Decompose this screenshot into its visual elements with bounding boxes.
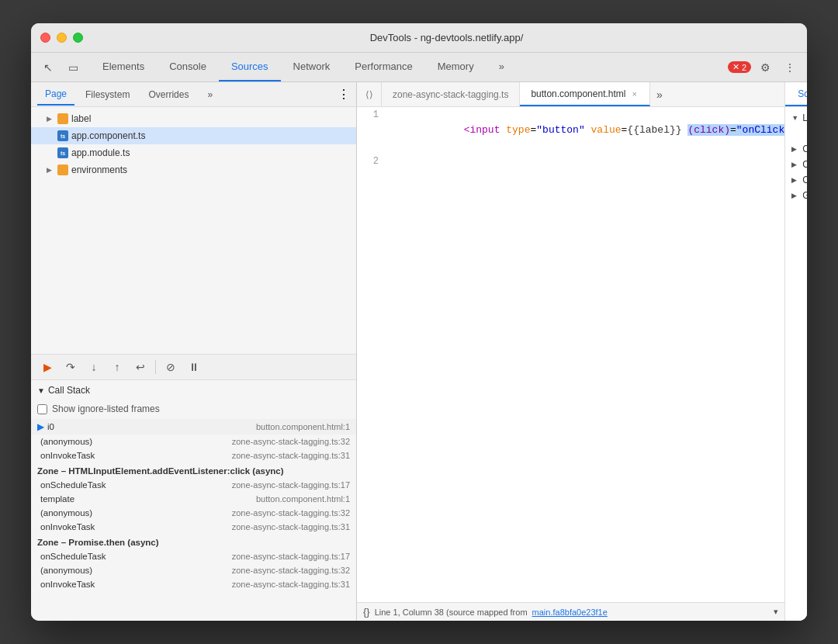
scope-local-section[interactable]: ▼ Local xyxy=(785,110,807,126)
frame-loc-scheduletask-1: zone-async-stack-tagging.ts:17 xyxy=(232,480,350,490)
scope-closure-580[interactable]: ▶ Closure (580) xyxy=(785,172,807,188)
tab-more[interactable]: » xyxy=(487,53,517,81)
settings-btn[interactable]: ⚙ xyxy=(754,57,776,78)
stack-frame-i0[interactable]: ▶ i0 button.component.html:1 xyxy=(31,419,356,435)
frame-loc-template: button.component.html:1 xyxy=(256,494,350,504)
editor-tabs: zone-async-stack-tagging.ts button.compo… xyxy=(382,82,784,106)
stack-frame-template[interactable]: template button.component.html:1 xyxy=(31,492,356,506)
tab-bar-right: ✕ 2 ⚙ ⋮ xyxy=(728,53,801,81)
folder-icon-label xyxy=(57,113,68,124)
code-val-type: "button" xyxy=(536,124,584,136)
frame-loc-i0: button.component.html:1 xyxy=(256,422,350,431)
frame-name-scheduletask-1: onScheduleTask xyxy=(40,480,232,490)
scope-this-item: this: undefined xyxy=(785,126,807,141)
tab-console[interactable]: Console xyxy=(157,53,219,81)
device-icon-btn[interactable]: ▭ xyxy=(62,57,84,78)
stack-frame-anon-3[interactable]: (anonymous) zone-async-stack-tagging.ts:… xyxy=(31,563,356,577)
scope-global-label: Global xyxy=(802,190,807,201)
call-stack-header[interactable]: ▼ Call Stack xyxy=(31,380,356,400)
editor-tab-button-html[interactable]: button.component.html × xyxy=(520,82,650,106)
scope-tabs: Scope Watch xyxy=(785,82,807,107)
frame-name-anon-1: (anonymous) xyxy=(40,437,232,446)
step-out-btn[interactable]: ↑ xyxy=(107,357,127,377)
close-tab-btn[interactable]: × xyxy=(630,89,638,99)
stack-frame-invoketask-2[interactable]: onInvokeTask zone-async-stack-tagging.ts… xyxy=(31,520,356,534)
scope-closure-arrow: ▶ xyxy=(791,161,799,168)
line-content-1: <input type="button" value={{label}} (cl… xyxy=(385,107,784,154)
frame-name-template: template xyxy=(40,494,256,504)
step-btn[interactable]: ↩ xyxy=(130,357,151,377)
brace-icon[interactable]: {} xyxy=(363,606,370,618)
deactivate-btn[interactable]: ⊘ xyxy=(161,357,181,377)
editor-tabs-more[interactable]: » xyxy=(650,82,669,106)
frame-name-scheduletask-2: onScheduleTask xyxy=(40,552,232,561)
traffic-lights xyxy=(40,33,83,43)
status-dropdown-icon[interactable]: ▾ xyxy=(774,607,778,617)
scope-closure-580-label: Closure (580) xyxy=(802,175,807,185)
error-badge: ✕ 2 xyxy=(728,61,751,73)
tree-item-label[interactable]: ▶ label xyxy=(31,110,356,127)
main-tab-bar: ↖ ▭ Elements Console Sources Network Per… xyxy=(31,53,807,82)
expand-arrow-label: ▶ xyxy=(47,115,54,123)
tree-item-app-component[interactable]: ts app.component.ts xyxy=(31,127,356,144)
editor-back-forward[interactable]: ⟨⟩ xyxy=(357,82,382,106)
debugger-toolbar: ▶ ↷ ↓ ↑ ↩ ⊘ ⏸ xyxy=(31,354,356,380)
stack-frame-invoketask-3[interactable]: onInvokeTask zone-async-stack-tagging.ts… xyxy=(31,577,356,591)
scope-tab-scope[interactable]: Scope xyxy=(785,82,807,106)
subtab-options[interactable]: ⋮ xyxy=(338,87,350,102)
subtab-overrides[interactable]: Overrides xyxy=(140,84,196,106)
tab-performance[interactable]: Performance xyxy=(342,53,424,81)
subtab-filesystem[interactable]: Filesystem xyxy=(78,84,137,106)
code-line-1: 1 <input type="button" value={{label}} (… xyxy=(357,107,784,154)
code-event-val: "onClick xyxy=(736,124,784,136)
tree-label-environments: environments xyxy=(71,164,127,175)
tab-memory[interactable]: Memory xyxy=(425,53,487,81)
tab-sources[interactable]: Sources xyxy=(219,53,281,81)
tree-item-environments[interactable]: ▶ environments xyxy=(31,161,356,178)
status-bar: {} Line 1, Column 38 (source mapped from… xyxy=(357,602,784,621)
ignore-frames-checkbox[interactable] xyxy=(37,404,47,414)
step-over-btn[interactable]: ↷ xyxy=(61,357,81,377)
ignore-frames-label: Show ignore-listed frames xyxy=(52,403,160,414)
code-attr-type: type xyxy=(506,124,530,136)
scope-global-arrow: ▶ xyxy=(791,192,799,199)
frame-name-anon-3: (anonymous) xyxy=(40,566,232,575)
call-stack-arrow: ▼ xyxy=(37,386,45,395)
step-into-btn[interactable]: ↓ xyxy=(84,357,104,377)
frame-name-i0: i0 xyxy=(47,422,256,431)
debug-sep-1 xyxy=(155,360,156,374)
scope-global[interactable]: ▶ Global Window xyxy=(785,188,807,203)
stack-frame-anon-1[interactable]: (anonymous) zone-async-stack-tagging.ts:… xyxy=(31,435,356,448)
left-panel: Page Filesystem Overrides » ⋮ ▶ label ts… xyxy=(31,82,357,621)
subtab-more[interactable]: » xyxy=(199,84,220,106)
cursor-icon-btn[interactable]: ↖ xyxy=(37,57,59,78)
resume-btn[interactable]: ▶ xyxy=(37,357,57,377)
device-icon: ▭ xyxy=(68,61,78,74)
frame-name-invoketask-2: onInvokeTask xyxy=(40,522,232,531)
pause-exceptions-btn[interactable]: ⏸ xyxy=(184,357,204,377)
frame-loc-invoketask-1: zone-async-stack-tagging.ts:31 xyxy=(232,451,350,460)
code-attr-value: value xyxy=(591,124,622,136)
main-tabs: Elements Console Sources Network Perform… xyxy=(90,53,728,81)
tab-network[interactable]: Network xyxy=(281,53,343,81)
button-html-tab-label: button.component.html xyxy=(531,88,625,99)
more-menu-btn[interactable]: ⋮ xyxy=(779,57,801,78)
close-button[interactable] xyxy=(40,33,50,43)
tab-bar-icons: ↖ ▭ xyxy=(37,53,84,81)
tab-elements[interactable]: Elements xyxy=(90,53,157,81)
stack-frame-scheduletask-2[interactable]: onScheduleTask zone-async-stack-tagging.… xyxy=(31,549,356,563)
editor-tab-zone-async[interactable]: zone-async-stack-tagging.ts xyxy=(382,82,520,106)
scope-closure[interactable]: ▶ Closure xyxy=(785,157,807,172)
scope-closure-template[interactable]: ▶ Closure (template) xyxy=(785,141,807,157)
maximize-button[interactable] xyxy=(73,33,83,43)
stack-frame-scheduletask-1[interactable]: onScheduleTask zone-async-stack-tagging.… xyxy=(31,478,356,492)
frame-name-invoketask-1: onInvokeTask xyxy=(40,451,232,460)
minimize-button[interactable] xyxy=(57,33,67,43)
stack-frame-invoketask-1[interactable]: onInvokeTask zone-async-stack-tagging.ts… xyxy=(31,448,356,462)
tree-label-app-component: app.component.ts xyxy=(71,130,145,141)
stack-frame-anon-2[interactable]: (anonymous) zone-async-stack-tagging.ts:… xyxy=(31,506,356,520)
subtab-page[interactable]: Page xyxy=(37,84,74,106)
frame-name-invoketask-3: onInvokeTask xyxy=(40,580,232,589)
tree-item-app-module[interactable]: ts app.module.ts xyxy=(31,144,356,161)
status-link[interactable]: main.fa8bfa0e23f1e xyxy=(532,608,608,617)
